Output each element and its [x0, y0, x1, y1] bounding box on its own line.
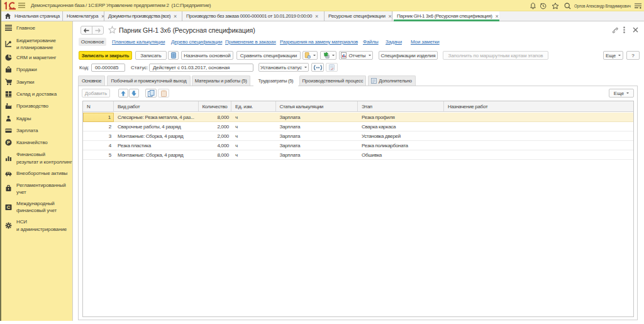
svg-text:C: C — [7, 204, 11, 210]
svg-text:P: P — [7, 140, 10, 145]
